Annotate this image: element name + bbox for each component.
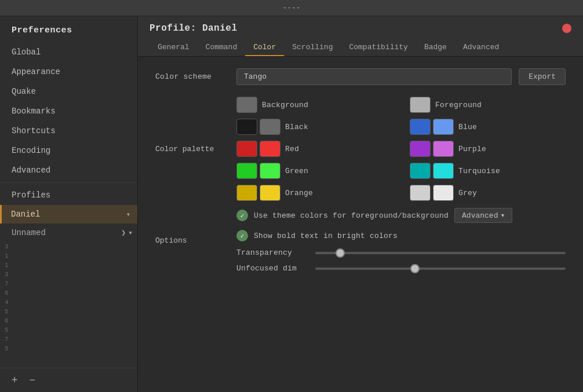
sidebar-item-encoding[interactable]: Encoding (0, 141, 137, 160)
tab-compatibility[interactable]: Compatibility (341, 39, 416, 56)
color-palette-row: Color palette Background Foreground (155, 97, 566, 201)
blue-swatch-dark[interactable] (410, 119, 431, 135)
sidebar-footer: + − (0, 368, 137, 392)
advanced-button[interactable]: Advanced ▾ (454, 208, 512, 223)
orange-swatches (236, 185, 280, 201)
purple-color-name: Purple (458, 145, 499, 153)
orange-color-name: Orange (285, 189, 326, 197)
add-profile-button[interactable]: + (9, 373, 20, 387)
sidebar: Preferences Global Appearance Quake Book… (0, 16, 138, 392)
export-button[interactable]: Export (519, 68, 566, 85)
color-pair-purple: Purple (410, 141, 566, 157)
title-bar-text: ---- (282, 3, 300, 12)
purple-swatch-dark[interactable] (410, 141, 431, 157)
transparency-thumb[interactable] (336, 248, 345, 258)
options-content: Use theme colors for foreground/backgrou… (236, 208, 566, 273)
color-pair-blue: Blue (410, 119, 566, 135)
color-pair-background: Background (236, 97, 392, 113)
option1-checkbox[interactable] (236, 210, 248, 221)
close-button[interactable] (562, 24, 571, 33)
sidebar-item-advanced[interactable]: Advanced (0, 160, 137, 180)
green-swatch-dark[interactable] (236, 163, 257, 179)
title-bar: ---- (0, 0, 583, 16)
orange-swatch-light[interactable] (260, 185, 280, 201)
tab-general[interactable]: General (150, 39, 198, 56)
unfocused-dim-slider[interactable] (315, 268, 566, 270)
black-color-name: Black (285, 123, 326, 131)
unnamed-icons: ❯ ▾ (121, 228, 133, 237)
grey-swatch-light[interactable] (433, 185, 454, 201)
sidebar-nav: Global Appearance Quake Bookmarks Shortc… (0, 42, 137, 205)
color-scheme-label: Color scheme (155, 72, 236, 81)
background-swatch[interactable] (236, 97, 257, 113)
turquoise-swatch-dark[interactable] (410, 163, 431, 179)
grey-color-name: Grey (458, 189, 499, 197)
transparency-row: Transparency (236, 248, 566, 257)
unfocused-dim-row: Unfocused dim (236, 264, 566, 273)
purple-swatch-light[interactable] (433, 141, 454, 157)
color-scheme-select[interactable]: Tango (236, 68, 512, 85)
color-scheme-row: Color scheme Tango Export (155, 68, 566, 85)
profile-daniel-label: Daniel (11, 210, 124, 219)
color-pair-red: Red (236, 141, 392, 157)
sidebar-item-global[interactable]: Global (0, 42, 137, 62)
tab-color[interactable]: Color (245, 39, 284, 56)
option2-row: Show bold text in bright colors (236, 230, 566, 241)
sidebar-numbers-list: 3 1 1 3 7 6 4 5 6 5 7 5 (0, 242, 137, 368)
option2-checkbox[interactable] (236, 230, 248, 241)
tab-scrolling[interactable]: Scrolling (284, 39, 341, 56)
blue-color-name: Blue (458, 123, 499, 131)
remove-profile-button[interactable]: − (27, 373, 38, 387)
sidebar-item-appearance[interactable]: Appearance (0, 62, 137, 82)
orange-swatch-dark[interactable] (236, 185, 257, 201)
color-pair-turquoise: Turquoise (410, 163, 566, 179)
turquoise-swatch-light[interactable] (433, 163, 454, 179)
grey-swatch-dark[interactable] (410, 185, 431, 201)
red-swatch-light[interactable] (260, 141, 280, 157)
tab-advanced[interactable]: Advanced (455, 39, 507, 56)
green-swatches (236, 163, 280, 179)
unnamed-menu-icon[interactable]: ▾ (128, 228, 133, 237)
profile-arrow-icon: ▾ (124, 210, 133, 219)
sidebar-item-profiles[interactable]: Profiles (0, 185, 137, 205)
black-swatch-dark[interactable] (236, 119, 257, 135)
grey-swatches (410, 185, 454, 201)
tab-bar: General Command Color Scrolling Compatib… (150, 39, 571, 56)
content-body: Color scheme Tango Export Color palette … (138, 57, 583, 392)
color-pair-foreground: Foreground (410, 97, 566, 113)
red-swatches (236, 141, 280, 157)
tab-command[interactable]: Command (198, 39, 246, 56)
red-color-name: Red (285, 145, 326, 153)
sidebar-divider (0, 182, 137, 183)
sidebar-title: Preferences (0, 16, 137, 42)
sidebar-item-shortcuts[interactable]: Shortcuts (0, 121, 137, 141)
options-row: Options Use theme colors for foreground/… (155, 208, 566, 273)
profile-item-unnamed[interactable]: Unnamed ❯ ▾ (0, 224, 137, 242)
page-title: Profile: Daniel (150, 23, 238, 34)
profile-item-daniel[interactable]: Daniel ▾ (0, 205, 137, 224)
advanced-button-label: Advanced (462, 211, 498, 220)
sidebar-item-quake[interactable]: Quake (0, 82, 137, 101)
profile-unnamed-label: Unnamed (12, 228, 121, 237)
tab-badge[interactable]: Badge (416, 39, 455, 56)
blue-swatch-light[interactable] (433, 119, 454, 135)
transparency-label: Transparency (236, 248, 306, 257)
content-area: Profile: Daniel General Command Color Sc… (138, 16, 583, 392)
color-pair-green: Green (236, 163, 392, 179)
green-swatch-light[interactable] (260, 163, 280, 179)
option1-row: Use theme colors for foreground/backgrou… (236, 208, 566, 223)
sidebar-item-bookmarks[interactable]: Bookmarks (0, 101, 137, 121)
black-swatch-light[interactable] (260, 119, 280, 135)
content-header: Profile: Daniel General Command Color Sc… (138, 16, 583, 57)
unfocused-dim-thumb[interactable] (410, 264, 420, 273)
background-color-name: Background (262, 101, 308, 109)
transparency-slider[interactable] (315, 252, 566, 254)
blue-swatches (410, 119, 454, 135)
foreground-color-name: Foreground (435, 101, 482, 109)
unnamed-collapse-icon[interactable]: ❯ (121, 228, 126, 237)
red-swatch-dark[interactable] (236, 141, 257, 157)
turquoise-swatches (410, 163, 454, 179)
green-color-name: Green (285, 167, 326, 175)
foreground-swatch[interactable] (410, 97, 431, 113)
color-pair-orange: Orange (236, 185, 392, 201)
